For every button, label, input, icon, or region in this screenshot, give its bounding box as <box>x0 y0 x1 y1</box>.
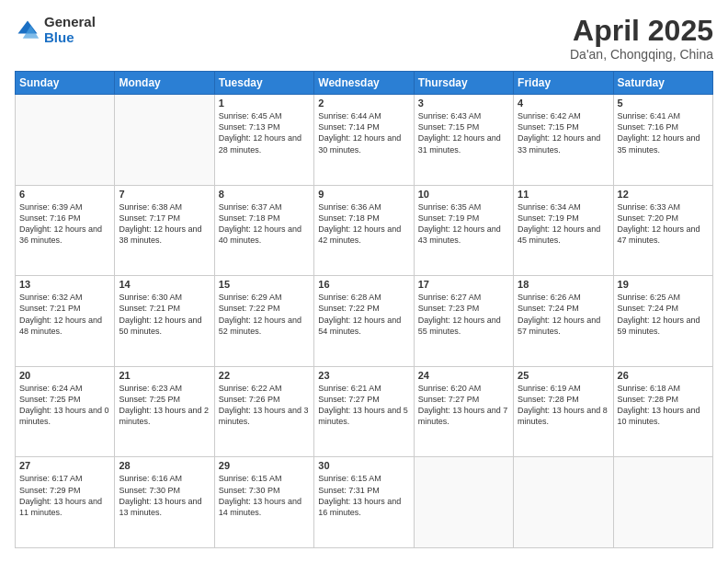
day-info: Sunrise: 6:15 AM Sunset: 7:30 PM Dayligh… <box>219 473 310 518</box>
day-info: Sunrise: 6:33 AM Sunset: 7:20 PM Dayligh… <box>618 201 709 247</box>
calendar-cell: 25Sunrise: 6:19 AM Sunset: 7:28 PM Dayli… <box>514 366 613 457</box>
header: General Blue April 2025 Da'an, Chongqing… <box>15 15 713 62</box>
page: General Blue April 2025 Da'an, Chongqing… <box>0 0 728 563</box>
calendar-cell: 12Sunrise: 6:33 AM Sunset: 7:20 PM Dayli… <box>613 185 712 276</box>
day-info: Sunrise: 6:18 AM Sunset: 7:28 PM Dayligh… <box>618 383 709 428</box>
calendar-cell: 26Sunrise: 6:18 AM Sunset: 7:28 PM Dayli… <box>613 366 712 457</box>
logo-icon <box>15 17 40 43</box>
calendar-cell: 13Sunrise: 6:32 AM Sunset: 7:21 PM Dayli… <box>16 276 115 367</box>
day-info: Sunrise: 6:45 AM Sunset: 7:13 PM Dayligh… <box>219 110 310 155</box>
day-number: 8 <box>219 189 310 200</box>
day-info: Sunrise: 6:43 AM Sunset: 7:15 PM Dayligh… <box>418 110 509 155</box>
day-info: Sunrise: 6:21 AM Sunset: 7:27 PM Dayligh… <box>318 383 409 428</box>
logo: General Blue <box>15 15 96 45</box>
day-number: 26 <box>618 370 709 381</box>
calendar-cell: 15Sunrise: 6:29 AM Sunset: 7:22 PM Dayli… <box>214 276 313 367</box>
day-number: 19 <box>618 279 709 290</box>
day-number: 30 <box>318 460 409 471</box>
day-number: 13 <box>19 279 110 290</box>
day-number: 3 <box>418 98 509 109</box>
calendar-cell: 22Sunrise: 6:22 AM Sunset: 7:26 PM Dayli… <box>214 366 313 457</box>
calendar-cell: 2Sunrise: 6:44 AM Sunset: 7:14 PM Daylig… <box>314 95 414 186</box>
day-number: 23 <box>318 370 409 381</box>
calendar-cell: 9Sunrise: 6:36 AM Sunset: 7:18 PM Daylig… <box>314 185 414 276</box>
day-info: Sunrise: 6:41 AM Sunset: 7:16 PM Dayligh… <box>618 110 709 155</box>
day-header-monday: Monday <box>115 72 214 95</box>
day-info: Sunrise: 6:16 AM Sunset: 7:30 PM Dayligh… <box>119 473 210 518</box>
calendar-cell: 21Sunrise: 6:23 AM Sunset: 7:25 PM Dayli… <box>115 366 214 457</box>
calendar-cell: 18Sunrise: 6:26 AM Sunset: 7:24 PM Dayli… <box>514 276 613 367</box>
calendar-cell: 30Sunrise: 6:15 AM Sunset: 7:31 PM Dayli… <box>314 457 414 548</box>
day-header-friday: Friday <box>514 72 613 95</box>
calendar-title: April 2025 <box>570 15 713 47</box>
calendar-cell <box>16 95 115 186</box>
calendar-cell: 23Sunrise: 6:21 AM Sunset: 7:27 PM Dayli… <box>314 366 414 457</box>
day-info: Sunrise: 6:38 AM Sunset: 7:17 PM Dayligh… <box>119 201 210 247</box>
calendar-week-row: 13Sunrise: 6:32 AM Sunset: 7:21 PM Dayli… <box>16 276 713 367</box>
day-info: Sunrise: 6:34 AM Sunset: 7:19 PM Dayligh… <box>518 201 609 247</box>
day-number: 15 <box>219 279 310 290</box>
day-info: Sunrise: 6:37 AM Sunset: 7:18 PM Dayligh… <box>219 201 310 247</box>
day-number: 28 <box>119 460 210 471</box>
day-number: 20 <box>19 370 110 381</box>
calendar-week-row: 1Sunrise: 6:45 AM Sunset: 7:13 PM Daylig… <box>16 95 713 186</box>
calendar-cell: 14Sunrise: 6:30 AM Sunset: 7:21 PM Dayli… <box>115 276 214 367</box>
day-info: Sunrise: 6:27 AM Sunset: 7:23 PM Dayligh… <box>418 292 509 337</box>
day-number: 27 <box>19 460 110 471</box>
calendar-cell: 5Sunrise: 6:41 AM Sunset: 7:16 PM Daylig… <box>613 95 712 186</box>
day-number: 9 <box>318 189 409 200</box>
calendar-cell: 17Sunrise: 6:27 AM Sunset: 7:23 PM Dayli… <box>414 276 513 367</box>
day-info: Sunrise: 6:17 AM Sunset: 7:29 PM Dayligh… <box>19 473 110 518</box>
calendar-cell: 28Sunrise: 6:16 AM Sunset: 7:30 PM Dayli… <box>115 457 214 548</box>
day-header-wednesday: Wednesday <box>314 72 414 95</box>
day-header-thursday: Thursday <box>414 72 513 95</box>
day-info: Sunrise: 6:15 AM Sunset: 7:31 PM Dayligh… <box>318 473 409 518</box>
logo-general: General <box>44 15 96 30</box>
day-number: 1 <box>219 98 310 109</box>
calendar-cell: 8Sunrise: 6:37 AM Sunset: 7:18 PM Daylig… <box>214 185 313 276</box>
day-number: 2 <box>318 98 409 109</box>
day-info: Sunrise: 6:23 AM Sunset: 7:25 PM Dayligh… <box>119 383 210 428</box>
day-info: Sunrise: 6:20 AM Sunset: 7:27 PM Dayligh… <box>418 383 509 428</box>
calendar-cell: 4Sunrise: 6:42 AM Sunset: 7:15 PM Daylig… <box>514 95 613 186</box>
day-number: 10 <box>418 189 509 200</box>
day-info: Sunrise: 6:44 AM Sunset: 7:14 PM Dayligh… <box>318 110 409 155</box>
calendar-week-row: 6Sunrise: 6:39 AM Sunset: 7:16 PM Daylig… <box>16 185 713 276</box>
calendar-cell: 7Sunrise: 6:38 AM Sunset: 7:17 PM Daylig… <box>115 185 214 276</box>
day-header-saturday: Saturday <box>613 72 712 95</box>
day-number: 11 <box>518 189 609 200</box>
day-info: Sunrise: 6:28 AM Sunset: 7:22 PM Dayligh… <box>318 292 409 337</box>
day-number: 7 <box>119 189 210 200</box>
day-number: 14 <box>119 279 210 290</box>
day-number: 6 <box>19 189 110 200</box>
calendar-location: Da'an, Chongqing, China <box>570 47 713 62</box>
calendar-cell <box>414 457 513 548</box>
logo-blue: Blue <box>44 30 96 46</box>
day-info: Sunrise: 6:36 AM Sunset: 7:18 PM Dayligh… <box>318 201 409 247</box>
day-info: Sunrise: 6:22 AM Sunset: 7:26 PM Dayligh… <box>219 383 310 428</box>
day-number: 21 <box>119 370 210 381</box>
calendar-cell: 16Sunrise: 6:28 AM Sunset: 7:22 PM Dayli… <box>314 276 414 367</box>
day-info: Sunrise: 6:30 AM Sunset: 7:21 PM Dayligh… <box>119 292 210 337</box>
day-number: 22 <box>219 370 310 381</box>
calendar-header-row: SundayMondayTuesdayWednesdayThursdayFrid… <box>16 72 713 95</box>
day-number: 5 <box>618 98 709 109</box>
day-info: Sunrise: 6:32 AM Sunset: 7:21 PM Dayligh… <box>19 292 110 337</box>
calendar-table: SundayMondayTuesdayWednesdayThursdayFrid… <box>15 71 713 548</box>
calendar-cell: 3Sunrise: 6:43 AM Sunset: 7:15 PM Daylig… <box>414 95 513 186</box>
day-info: Sunrise: 6:29 AM Sunset: 7:22 PM Dayligh… <box>219 292 310 337</box>
day-info: Sunrise: 6:25 AM Sunset: 7:24 PM Dayligh… <box>618 292 709 337</box>
day-number: 18 <box>518 279 609 290</box>
day-header-sunday: Sunday <box>16 72 115 95</box>
day-info: Sunrise: 6:39 AM Sunset: 7:16 PM Dayligh… <box>19 201 110 247</box>
calendar-cell: 20Sunrise: 6:24 AM Sunset: 7:25 PM Dayli… <box>16 366 115 457</box>
day-number: 25 <box>518 370 609 381</box>
day-info: Sunrise: 6:24 AM Sunset: 7:25 PM Dayligh… <box>19 383 110 428</box>
calendar-cell: 27Sunrise: 6:17 AM Sunset: 7:29 PM Dayli… <box>16 457 115 548</box>
day-info: Sunrise: 6:35 AM Sunset: 7:19 PM Dayligh… <box>418 201 509 247</box>
day-info: Sunrise: 6:42 AM Sunset: 7:15 PM Dayligh… <box>518 110 609 155</box>
day-info: Sunrise: 6:19 AM Sunset: 7:28 PM Dayligh… <box>518 383 609 428</box>
calendar-cell <box>514 457 613 548</box>
calendar-cell: 29Sunrise: 6:15 AM Sunset: 7:30 PM Dayli… <box>214 457 313 548</box>
day-number: 17 <box>418 279 509 290</box>
